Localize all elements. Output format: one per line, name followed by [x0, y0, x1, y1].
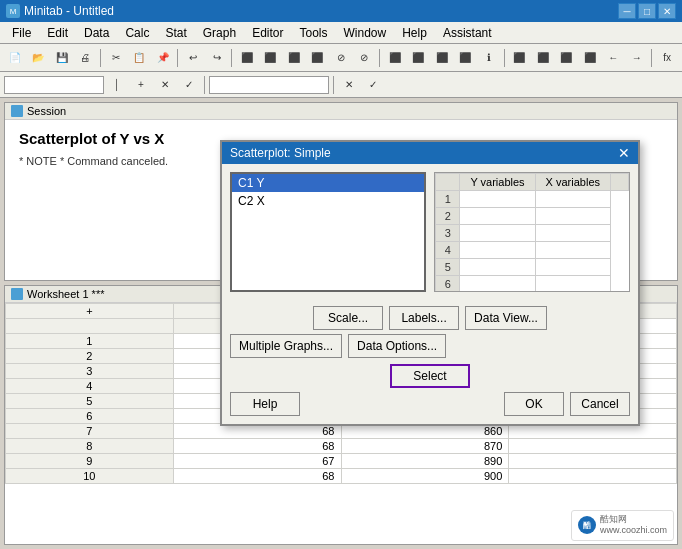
btn-p[interactable]: ← [602, 47, 623, 69]
formula-btn[interactable]: fx [656, 47, 677, 69]
tb2-btn-d[interactable]: ✓ [178, 74, 200, 96]
session-title-bar: Session [5, 103, 677, 120]
menu-calc[interactable]: Calc [117, 24, 157, 42]
cancel-button[interactable]: Cancel [570, 392, 630, 416]
cell-r9-c3[interactable] [509, 454, 677, 469]
btn-l[interactable]: ⬛ [509, 47, 530, 69]
col-header-row: + [6, 304, 174, 319]
maximize-button[interactable]: □ [638, 3, 656, 19]
btn-d[interactable]: ⬛ [307, 47, 328, 69]
tb2-btn-a[interactable]: │ [106, 74, 128, 96]
vg-x-cell-4[interactable] [535, 242, 610, 259]
vg-y-cell-4[interactable] [460, 242, 535, 259]
menu-window[interactable]: Window [336, 24, 395, 42]
variable-list[interactable]: C1 Y C2 X [230, 172, 426, 292]
data-options-button[interactable]: Data Options... [348, 334, 446, 358]
tb2-btn-b[interactable]: + [130, 74, 152, 96]
copy-btn[interactable]: 📋 [128, 47, 149, 69]
btn-n[interactable]: ⬛ [556, 47, 577, 69]
toolbar-2: │ + ✕ ✓ ✕ ✓ [0, 72, 682, 98]
btn-g[interactable]: ⬛ [384, 47, 405, 69]
btn-h[interactable]: ⬛ [408, 47, 429, 69]
var-item-c1-y[interactable]: C1 Y [232, 174, 424, 192]
vg-y-cell-2[interactable] [460, 208, 535, 225]
btn-k[interactable]: ℹ [478, 47, 499, 69]
menu-file[interactable]: File [4, 24, 39, 42]
menu-data[interactable]: Data [76, 24, 117, 42]
tb2-check-btn[interactable]: ✓ [362, 74, 384, 96]
menu-edit[interactable]: Edit [39, 24, 76, 42]
redo-btn[interactable]: ↪ [206, 47, 227, 69]
open-btn[interactable]: 📂 [27, 47, 48, 69]
vg-y-cell-3[interactable] [460, 225, 535, 242]
btn-o[interactable]: ⬛ [579, 47, 600, 69]
vg-x-cell-1[interactable] [535, 191, 610, 208]
cut-btn[interactable]: ✂ [105, 47, 126, 69]
menu-editor[interactable]: Editor [244, 24, 291, 42]
window-controls: ─ □ ✕ [618, 3, 676, 19]
vg-row-3: 3 [436, 225, 629, 242]
dialog-middle-buttons: Scale... Labels... Data View... [222, 300, 638, 334]
data-view-button[interactable]: Data View... [465, 306, 547, 330]
menu-assistant[interactable]: Assistant [435, 24, 500, 42]
tb2-x-btn[interactable]: ✕ [338, 74, 360, 96]
ok-button[interactable]: OK [504, 392, 564, 416]
menu-help[interactable]: Help [394, 24, 435, 42]
btn-j[interactable]: ⬛ [455, 47, 476, 69]
table-row: 967890 [6, 454, 677, 469]
cell-r8-c2[interactable]: 870 [341, 439, 509, 454]
cell-r10-c2[interactable]: 900 [341, 469, 509, 484]
paste-btn[interactable]: 📌 [152, 47, 173, 69]
vg-x-cell-5[interactable] [535, 259, 610, 276]
select-button[interactable]: Select [390, 364, 470, 388]
btn-m[interactable]: ⬛ [532, 47, 553, 69]
new-btn[interactable]: 📄 [4, 47, 25, 69]
tb2-btn-c[interactable]: ✕ [154, 74, 176, 96]
vg-y-cell-6[interactable] [460, 276, 535, 293]
vg-x-cell-2[interactable] [535, 208, 610, 225]
row-number-5: 5 [6, 394, 174, 409]
var-item-c2-x[interactable]: C2 X [232, 192, 424, 210]
sep4 [379, 49, 380, 67]
btn-i[interactable]: ⬛ [431, 47, 452, 69]
menu-stat[interactable]: Stat [157, 24, 194, 42]
row-number-9: 9 [6, 454, 174, 469]
help-button[interactable]: Help [230, 392, 300, 416]
print-btn[interactable]: 🖨 [74, 47, 95, 69]
cell-r9-c2[interactable]: 890 [341, 454, 509, 469]
vg-x-cell-3[interactable] [535, 225, 610, 242]
btn-e[interactable]: ⊘ [330, 47, 351, 69]
save-btn[interactable]: 💾 [51, 47, 72, 69]
undo-btn[interactable]: ↩ [182, 47, 203, 69]
cell-r10-c1[interactable]: 68 [173, 469, 341, 484]
sep1 [100, 49, 101, 67]
cell-r8-c1[interactable]: 68 [173, 439, 341, 454]
btn-q[interactable]: → [626, 47, 647, 69]
vg-row-header [436, 174, 460, 191]
cell-r8-c3[interactable] [509, 439, 677, 454]
btn-c[interactable]: ⬛ [283, 47, 304, 69]
btn-f[interactable]: ⊘ [354, 47, 375, 69]
vg-y-cell-1[interactable] [460, 191, 535, 208]
scale-button[interactable]: Scale... [313, 306, 383, 330]
cell-r9-c1[interactable]: 67 [173, 454, 341, 469]
sep2 [177, 49, 178, 67]
menu-tools[interactable]: Tools [291, 24, 335, 42]
btn-b[interactable]: ⬛ [260, 47, 281, 69]
minimize-button[interactable]: ─ [618, 3, 636, 19]
close-button[interactable]: ✕ [658, 3, 676, 19]
btn-a[interactable]: ⬛ [236, 47, 257, 69]
dialog-close-button[interactable]: ✕ [618, 145, 630, 161]
vg-y-cell-5[interactable] [460, 259, 535, 276]
window-title: Minitab - Untitled [24, 4, 114, 18]
variable-grid[interactable]: Y variables X variables 1234567 [434, 172, 630, 292]
vg-x-cell-6[interactable] [535, 276, 610, 293]
cell-r10-c3[interactable] [509, 469, 677, 484]
table-row: 1068900 [6, 469, 677, 484]
multiple-graphs-button[interactable]: Multiple Graphs... [230, 334, 342, 358]
worksheet-icon [11, 288, 23, 300]
toolbar-input[interactable] [4, 76, 104, 94]
toolbar-input2[interactable] [209, 76, 329, 94]
labels-button[interactable]: Labels... [389, 306, 459, 330]
menu-graph[interactable]: Graph [195, 24, 244, 42]
